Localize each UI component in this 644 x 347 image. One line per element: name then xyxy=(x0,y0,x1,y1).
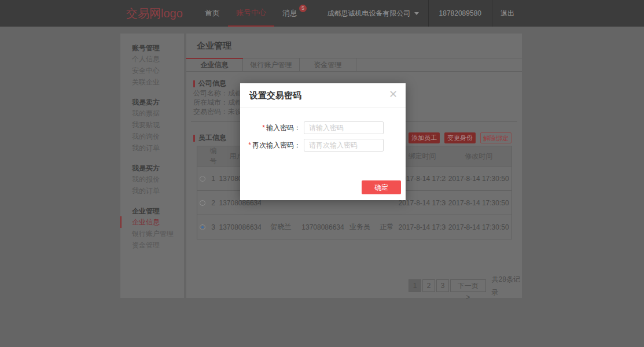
main-nav: 首页 账号中心 消息5 xyxy=(197,0,306,27)
password-confirm-label: *再次输入密码： xyxy=(231,139,301,152)
sidebar-group-seller: 我是卖方 xyxy=(132,97,184,108)
cell-role: 业务员 xyxy=(345,215,376,239)
radio-column-header xyxy=(197,146,208,167)
cell-no: 2 xyxy=(208,191,219,215)
logout-link[interactable]: 退出 xyxy=(492,0,524,27)
company-dropdown[interactable]: 成都思诚机电设备有限公司 xyxy=(318,0,428,27)
header-right: 成都思诚机电设备有限公司 18782089580 退出 xyxy=(318,0,524,27)
unbind-button[interactable]: 解除绑定 xyxy=(480,132,511,143)
sidebar-item-my-bills[interactable]: 我的票据 xyxy=(132,108,184,119)
password-label: *输入密码： xyxy=(231,121,301,134)
sidebar-item-personal-info[interactable]: 个人信息 xyxy=(132,53,184,65)
confirm-button[interactable]: 确定 xyxy=(362,180,401,194)
row-radio[interactable] xyxy=(200,176,205,182)
user-phone: 18782089580 xyxy=(429,0,492,27)
tabbar: 企业信息 银行账户管理 资金管理 xyxy=(186,58,522,72)
employee-actions: 添加员工 变更身份 解除绑定 xyxy=(409,132,511,143)
sidebar-item-linked-enterprise[interactable]: 关联企业 xyxy=(132,76,184,88)
cell-status: 正常 xyxy=(376,215,399,239)
chevron-down-icon xyxy=(414,12,419,15)
company-info-section-title: 公司信息 xyxy=(193,79,226,88)
sidebar-item-enterprise-info[interactable]: 企业信息 xyxy=(120,216,184,228)
company-info-title-text: 公司信息 xyxy=(198,79,226,88)
password-confirm-input[interactable] xyxy=(304,139,384,152)
page-title: 企业管理 xyxy=(197,40,231,51)
cell-no: 3 xyxy=(208,215,219,239)
total-records-label: 共28条记录 xyxy=(492,273,522,298)
tab-enterprise-info[interactable]: 企业信息 xyxy=(186,58,243,71)
required-asterisk: * xyxy=(262,124,265,132)
password-input[interactable] xyxy=(304,121,384,134)
next-page-button[interactable]: 下一页 > xyxy=(450,279,486,292)
nav-account-center[interactable]: 账号中心 xyxy=(228,0,274,27)
close-icon[interactable]: ✕ xyxy=(389,89,398,99)
sidebar: 账号管理 个人信息 安全中心 关联企业 我是卖方 我的票据 我要贴现 我的询价 … xyxy=(120,34,184,298)
pagination: 1 2 3 下一页 > 共28条记录 xyxy=(409,273,522,298)
cell-modify-time: 2017-8-14 17:30:50 xyxy=(446,191,512,215)
row-radio[interactable] xyxy=(200,224,205,230)
add-employee-button[interactable]: 添加员工 xyxy=(409,132,440,143)
cell-modify-time: 2017-8-14 17:30:50 xyxy=(446,167,512,191)
page: 交易网logo 首页 账号中心 消息5 成都思诚机电设备有限公司 1878208… xyxy=(0,0,644,347)
password-field-row: *输入密码： xyxy=(240,121,406,134)
sidebar-group-enterprise: 企业管理 xyxy=(132,206,184,216)
row-radio[interactable] xyxy=(200,200,205,206)
nav-home[interactable]: 首页 xyxy=(197,0,228,27)
sidebar-item-bank-account-mgmt[interactable]: 银行账户管理 xyxy=(132,228,184,239)
cell-phone: 13708086634 xyxy=(301,215,345,239)
sidebar-item-my-orders-buy[interactable]: 我的订单 xyxy=(132,185,184,197)
cell-modify-time: 2017-8-14 17:30:50 xyxy=(446,215,512,239)
section-bar xyxy=(193,135,195,142)
nav-messages[interactable]: 消息5 xyxy=(274,0,306,27)
tab-funds-mgmt[interactable]: 资金管理 xyxy=(300,58,356,71)
cell-no: 1 xyxy=(208,167,219,191)
page-button-3[interactable]: 3 xyxy=(436,279,449,292)
employees-section-title: 员工信息 xyxy=(193,133,226,143)
required-asterisk: * xyxy=(248,141,251,149)
change-identity-button[interactable]: 变更身份 xyxy=(444,132,476,143)
company-name: 成都思诚机电设备有限公司 xyxy=(327,9,411,19)
password-confirm-field-row: *再次输入密码： xyxy=(240,139,406,152)
modal-title: 设置交易密码 xyxy=(249,90,301,101)
table-row: 3 13708086634 贺晓兰 13708086634 业务员 正常 201… xyxy=(197,215,512,239)
nav-messages-label: 消息 xyxy=(282,9,297,17)
sidebar-item-my-inquiry[interactable]: 我的询价 xyxy=(132,131,184,142)
site-logo[interactable]: 交易网logo xyxy=(126,0,183,27)
cell-username: 13708086634 xyxy=(219,215,261,239)
col-modify-time: 修改时间 xyxy=(446,146,512,167)
set-password-modal: 设置交易密码 ✕ *输入密码： *再次输入密码： 确定 xyxy=(240,83,406,200)
sidebar-item-my-orders-sell[interactable]: 我的订单 xyxy=(132,142,184,154)
sidebar-group-account: 账号管理 xyxy=(132,43,184,53)
sidebar-item-security-center[interactable]: 安全中心 xyxy=(132,65,184,76)
modal-divider xyxy=(240,108,406,108)
message-count-badge: 5 xyxy=(299,5,307,12)
sidebar-item-discount[interactable]: 我要贴现 xyxy=(132,119,184,131)
section-bar xyxy=(193,80,195,87)
tab-bank-account-mgmt[interactable]: 银行账户管理 xyxy=(243,58,300,71)
cell-name: 贺晓兰 xyxy=(261,215,301,239)
sidebar-group-buyer: 我是买方 xyxy=(132,163,184,174)
sidebar-item-my-quotes[interactable]: 我的报价 xyxy=(132,174,184,185)
sidebar-item-funds-mgmt[interactable]: 资金管理 xyxy=(132,239,184,251)
col-no: 编号 xyxy=(208,146,219,167)
page-button-2[interactable]: 2 xyxy=(422,279,435,292)
employees-title-text: 员工信息 xyxy=(198,133,226,143)
page-button-1[interactable]: 1 xyxy=(409,279,421,292)
cell-bind-time: 2017-8-14 17:30:30 xyxy=(399,215,446,239)
top-header: 交易网logo 首页 账号中心 消息5 成都思诚机电设备有限公司 1878208… xyxy=(0,0,644,27)
